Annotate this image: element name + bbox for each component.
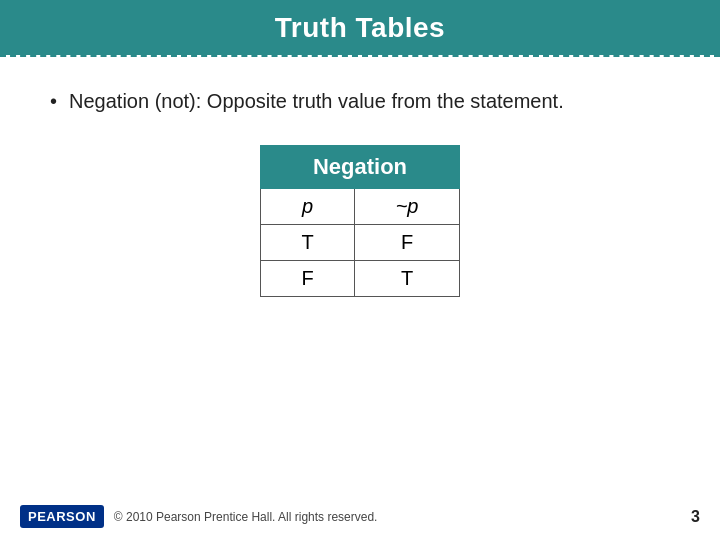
cell-notp-2: T [355,261,460,297]
bullet-text: Negation (not): Opposite truth value fro… [69,87,564,115]
table-row: F T [261,261,460,297]
main-content: • Negation (not): Opposite truth value f… [0,57,720,317]
bullet-item: • Negation (not): Opposite truth value f… [50,87,670,115]
page-number: 3 [691,508,700,526]
copyright-text: © 2010 Pearson Prentice Hall. All rights… [114,510,691,524]
page-title: Truth Tables [275,12,445,44]
table-header-row: Negation [261,146,460,189]
table-header: Negation [261,146,460,189]
cell-p-1: T [261,225,355,261]
cell-p-2: F [261,261,355,297]
negation-table: Negation p ~p T F F T [260,145,460,297]
page-header: Truth Tables [0,0,720,55]
table-column-header-row: p ~p [261,189,460,225]
cell-notp-1: F [355,225,460,261]
col-header-p: p [261,189,355,225]
table-container: Negation p ~p T F F T [50,145,670,297]
bullet-symbol: • [50,87,57,115]
col-header-notp: ~p [355,189,460,225]
page-footer: PEARSON © 2010 Pearson Prentice Hall. Al… [0,505,720,528]
pearson-logo: PEARSON [20,505,104,528]
table-row: T F [261,225,460,261]
pearson-badge: PEARSON [20,505,104,528]
